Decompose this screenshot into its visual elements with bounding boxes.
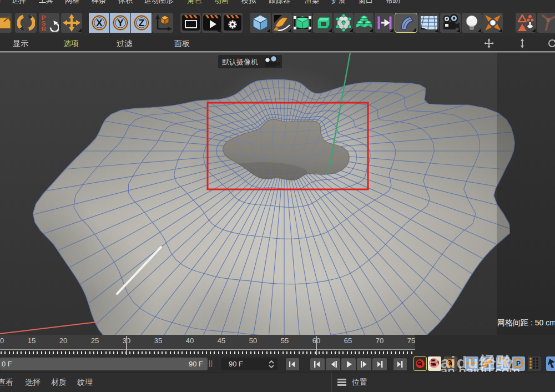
svg-text:默认摄像机: 默认摄像机 (222, 58, 258, 66)
svg-text:X: X (96, 18, 103, 28)
svg-text:网格间距 : 50 cm: 网格间距 : 50 cm (497, 318, 555, 327)
svg-text:Y: Y (117, 18, 124, 28)
svg-text:Z: Z (138, 18, 144, 28)
svg-text:R: R (42, 26, 46, 32)
